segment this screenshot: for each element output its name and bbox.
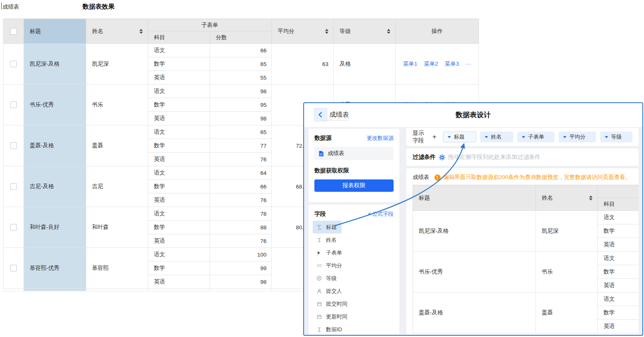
row-checkbox[interactable] <box>10 265 17 271</box>
column-header-subform-group: 子表单 <box>148 19 272 31</box>
row-checkbox[interactable] <box>10 183 17 190</box>
field-item-label: 提交人 <box>326 288 342 295</box>
row-checkbox[interactable] <box>10 101 17 108</box>
cell-score: 65 <box>210 57 272 71</box>
sort-icon[interactable] <box>139 29 143 34</box>
more-actions-icon[interactable]: ··· <box>466 61 472 67</box>
panel-title: 数据表设计 <box>304 110 642 120</box>
radio-icon <box>316 276 322 281</box>
cell-score: 76 <box>210 153 272 166</box>
datasource-item-label: 成绩表 <box>328 150 344 157</box>
cell-score: 100 <box>210 248 272 262</box>
preview-cell-subject: 数学 <box>598 306 639 320</box>
checkbox-cell <box>4 248 24 289</box>
cell-subject: 英语 <box>148 275 210 289</box>
field-item-等级[interactable]: 等级 <box>313 272 342 285</box>
cell-subject: 数学 <box>148 221 210 234</box>
cell-score: 98 <box>210 275 272 289</box>
display-field-chip-平均分[interactable]: 平均分 <box>559 132 596 142</box>
caret-down-icon <box>605 136 608 138</box>
datasource-item[interactable]: 成绩表 <box>314 147 394 160</box>
field-item-平均分[interactable]: 123 平均分 <box>313 259 347 272</box>
cell-subject: 语文 <box>148 85 210 98</box>
add-display-field-button[interactable]: + <box>432 133 436 141</box>
subform-icon <box>316 251 322 255</box>
filter-placeholder: 拖动左侧字段到此处来添加过滤条件 <box>448 153 540 161</box>
cell-score: 98 <box>210 112 272 125</box>
select-all-checkbox[interactable] <box>10 28 17 35</box>
preview-cell-subject: 英语 <box>598 238 639 252</box>
cell-score: 64 <box>210 166 272 180</box>
field-item-标题[interactable]: 标题 <box>313 221 342 233</box>
field-item-数据ID[interactable]: 数据ID <box>313 323 347 336</box>
field-item-提交时间[interactable]: 提交时间 <box>313 297 352 310</box>
preview-cell-name: 凯尼深 <box>536 211 598 252</box>
cell-subject: 英语 <box>148 112 210 125</box>
preview-column-header-subject: 科目 <box>598 198 639 211</box>
cell-subject: 数学 <box>148 262 210 275</box>
text-icon <box>316 327 322 332</box>
field-item-label: 提交时间 <box>326 300 347 308</box>
sort-icon[interactable] <box>589 196 592 200</box>
action-link[interactable]: 菜单3 <box>445 61 459 67</box>
display-fields-label: 显示字段 <box>413 130 429 144</box>
filter-card: 过滤条件 拖动左侧字段到此处来添加过滤条件 <box>406 148 639 166</box>
caret-down-icon <box>522 136 525 138</box>
field-item-子表单[interactable]: 子表单 <box>313 246 347 259</box>
display-field-chips: 标题 姓名 子表单 平均分 等级 <box>443 132 632 142</box>
action-link[interactable]: 菜单1 <box>403 61 418 67</box>
preview-cell-name: 书乐 <box>536 252 598 292</box>
cell-score: 99 <box>210 262 272 275</box>
cell-name: 书乐 <box>86 85 148 125</box>
cell-score: 77 <box>210 139 272 153</box>
cell-subject: 数学 <box>148 98 210 112</box>
field-item-label: 数据ID <box>326 326 342 333</box>
chip-label: 等级 <box>611 133 622 141</box>
cell-score: 66 <box>210 180 272 193</box>
preview-column-header-name: 姓名 <box>536 185 598 211</box>
cell-title: 凯尼深-及格 <box>24 44 86 85</box>
filter-label: 过滤条件 <box>413 153 436 161</box>
plus-icon: + <box>368 210 371 217</box>
formula-field-link[interactable]: +公式字段 <box>368 210 394 218</box>
sort-icon[interactable] <box>387 29 390 34</box>
chip-label: 标题 <box>454 133 465 141</box>
row-checkbox[interactable] <box>10 142 17 149</box>
change-datasource-link[interactable]: 更改数据源 <box>367 134 394 142</box>
datasource-card: 数据源 更改数据源 成绩表 数据获取权限 报表权限 <box>309 129 399 202</box>
report-permission-button[interactable]: 报表权限 <box>314 179 394 192</box>
field-item-更新时间[interactable]: 更新时间 <box>313 310 352 323</box>
display-field-chip-标题[interactable]: 标题 <box>443 132 476 142</box>
fields-heading: 字段 <box>314 210 326 218</box>
page-title: 数据表效果 <box>83 2 115 11</box>
permission-heading: 数据获取权限 <box>309 160 399 174</box>
number-icon: 123 <box>316 264 322 267</box>
display-field-chip-姓名[interactable]: 姓名 <box>480 132 513 142</box>
preview-cell-subject: 数学 <box>598 224 639 238</box>
row-checkbox[interactable] <box>10 224 17 231</box>
datasource-heading: 数据源 <box>314 134 332 142</box>
preview-cell-subject: 英语 <box>598 279 639 292</box>
field-item-提交人[interactable]: 提交人 <box>313 285 347 297</box>
column-header-title: 标题 <box>24 19 86 44</box>
action-link[interactable]: 菜单2 <box>424 61 438 67</box>
preview-card: 成绩表 ! 编辑界面只取数据源前200条作为查询数据预览，完整数据请访问页面查看… <box>406 168 639 334</box>
preview-warning-text: 编辑界面只取数据源前200条作为查询数据预览，完整数据请访问页面查看。 <box>443 174 631 181</box>
preview-cell-subject: 语文 <box>598 252 639 265</box>
cell-score: 95 <box>210 98 272 112</box>
preview-warning: ! 编辑界面只取数据源前200条作为查询数据预览，完整数据请访问页面查看。 <box>434 174 631 181</box>
field-item-label: 姓名 <box>326 236 337 244</box>
chip-label: 姓名 <box>491 133 502 141</box>
cell-subject: 数学 <box>148 139 210 153</box>
sort-icon[interactable] <box>325 29 328 34</box>
row-checkbox[interactable] <box>10 61 17 67</box>
display-field-chip-子表单[interactable]: 子表单 <box>517 132 554 142</box>
checkbox-cell <box>4 125 24 166</box>
field-item-label: 更新时间 <box>326 313 347 321</box>
cell-subject: 英语 <box>148 193 210 207</box>
gear-icon[interactable] <box>439 154 445 160</box>
field-item-label: 平均分 <box>326 262 342 269</box>
caret-down-icon <box>448 136 451 138</box>
display-field-chip-等级[interactable]: 等级 <box>600 132 632 142</box>
field-item-姓名[interactable]: 姓名 <box>313 233 342 246</box>
